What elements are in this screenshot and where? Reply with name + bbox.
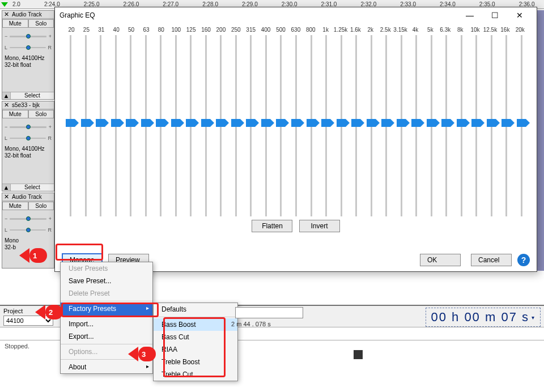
eq-band-slider[interactable] (440, 35, 452, 216)
eq-band-slider[interactable] (94, 35, 107, 216)
eq-band-slider[interactable] (290, 35, 302, 216)
selection-time-field[interactable]: 2 m 44 . 078 s (231, 321, 271, 327)
annotation-badge-1: 1 (29, 248, 47, 263)
track-title[interactable]: Audio Track (10, 193, 54, 201)
eq-band-slider[interactable] (64, 35, 76, 216)
solo-button[interactable]: Solo (28, 19, 54, 28)
factory-presets-menu: Defaults Bass Boost Bass Cut RIAA Treble… (153, 302, 238, 381)
menu-about[interactable]: About (61, 361, 152, 373)
ok-button[interactable]: OK (420, 254, 461, 266)
eq-sliders (64, 35, 528, 216)
preset-treble-boost[interactable]: Treble Boost (154, 356, 237, 368)
playback-state: Stopped. (5, 343, 29, 350)
eq-band-slider[interactable] (455, 35, 468, 216)
eq-band-slider[interactable] (365, 35, 377, 216)
mute-button[interactable]: Mute (2, 110, 28, 118)
eq-band-slider[interactable] (395, 35, 407, 216)
menu-factory-presets[interactable]: Factory Presets (61, 302, 152, 317)
collapse-icon[interactable]: ▲ (2, 92, 10, 99)
mute-button[interactable]: Mute (2, 202, 28, 210)
preset-defaults[interactable]: Defaults (154, 303, 237, 317)
eq-band-slider[interactable] (350, 35, 362, 216)
menu-export[interactable]: Export... (61, 330, 152, 344)
close-icon[interactable]: ✕ (507, 7, 532, 23)
eq-band-slider[interactable] (260, 35, 272, 216)
eq-band-slider[interactable] (109, 35, 122, 216)
cancel-button[interactable]: Cancel (471, 254, 512, 266)
close-track-icon[interactable]: ✕ (2, 101, 10, 109)
track-title[interactable]: s5e33 - bjk (10, 101, 54, 109)
collapse-icon[interactable]: ▲ (2, 184, 10, 191)
help-icon[interactable]: ? (517, 254, 530, 266)
eq-band-slider[interactable] (515, 35, 528, 216)
eq-band-slider[interactable] (124, 35, 137, 216)
eq-band-slider[interactable] (139, 35, 152, 216)
graphic-eq-dialog: Graphic EQ — ☐ ✕ 20253140506380100125160… (54, 7, 537, 272)
solo-button[interactable]: Solo (28, 110, 54, 118)
invert-button[interactable]: Invert (299, 220, 340, 232)
annotation-badge-2: 2 (45, 305, 63, 319)
eq-band-slider[interactable] (184, 35, 197, 216)
eq-band-slider[interactable] (214, 35, 227, 216)
mute-button[interactable]: Mute (2, 19, 28, 28)
annotation-badge-3: 3 (138, 347, 156, 361)
eq-band-slider[interactable] (320, 35, 332, 216)
eq-band-slider[interactable] (274, 35, 287, 216)
eq-band-slider[interactable] (500, 35, 512, 216)
menu-user-presets: User Presets (61, 262, 152, 275)
solo-button[interactable]: Solo (28, 202, 54, 210)
image-icon (354, 350, 363, 359)
eq-band-slider[interactable] (470, 35, 482, 216)
close-track-icon[interactable]: ✕ (2, 11, 10, 18)
eq-band-slider[interactable] (169, 35, 182, 216)
track-format: Mono, 44100Hz (5, 55, 52, 62)
maximize-icon[interactable]: ☐ (482, 7, 507, 23)
eq-band-slider[interactable] (230, 35, 242, 216)
eq-band-slider[interactable] (335, 35, 347, 216)
project-rate-select[interactable]: 44100 (3, 316, 53, 326)
selection-mode-select[interactable] (235, 307, 303, 318)
eq-band-slider[interactable] (425, 35, 437, 216)
menu-import[interactable]: Import... (61, 318, 152, 330)
select-button[interactable]: Select (10, 184, 54, 191)
select-button[interactable]: Select (10, 92, 54, 99)
preset-bass-boost[interactable]: Bass Boost (154, 318, 237, 331)
preset-riaa[interactable]: RIAA (154, 343, 237, 356)
menu-save-preset[interactable]: Save Preset... (61, 275, 152, 287)
eq-band-slider[interactable] (410, 35, 422, 216)
track-panel-2: ✕ s5e33 - bjk Mute Solo −+ LR Mono, 4410… (2, 101, 54, 191)
eq-band-slider[interactable] (380, 35, 392, 216)
flatten-button[interactable]: Flatten (252, 220, 292, 232)
minimize-icon[interactable]: — (457, 7, 482, 23)
eq-band-slider[interactable] (244, 35, 257, 216)
track-title[interactable]: Audio Track (10, 11, 54, 18)
track-panel-1: ✕ Audio Track Mute Solo −+ LR Mono, 4410… (2, 10, 54, 100)
playhead-icon (1, 2, 8, 7)
eq-band-slider[interactable] (305, 35, 317, 216)
preset-bass-cut[interactable]: Bass Cut (154, 331, 237, 343)
dialog-title: Graphic EQ (60, 11, 95, 19)
eq-band-slider[interactable] (79, 35, 92, 216)
menu-delete-preset: Delete Preset (61, 287, 152, 301)
eq-band-slider[interactable] (485, 35, 498, 216)
time-counter[interactable]: 00 h 00 m 07 s▾ (426, 308, 541, 327)
frequency-labels: 2025314050638010012516020025031540050063… (64, 27, 528, 33)
eq-band-slider[interactable] (154, 35, 167, 216)
preset-treble-cut[interactable]: Treble Cut (154, 368, 237, 381)
eq-band-slider[interactable] (199, 35, 212, 216)
close-track-icon[interactable]: ✕ (2, 193, 10, 201)
